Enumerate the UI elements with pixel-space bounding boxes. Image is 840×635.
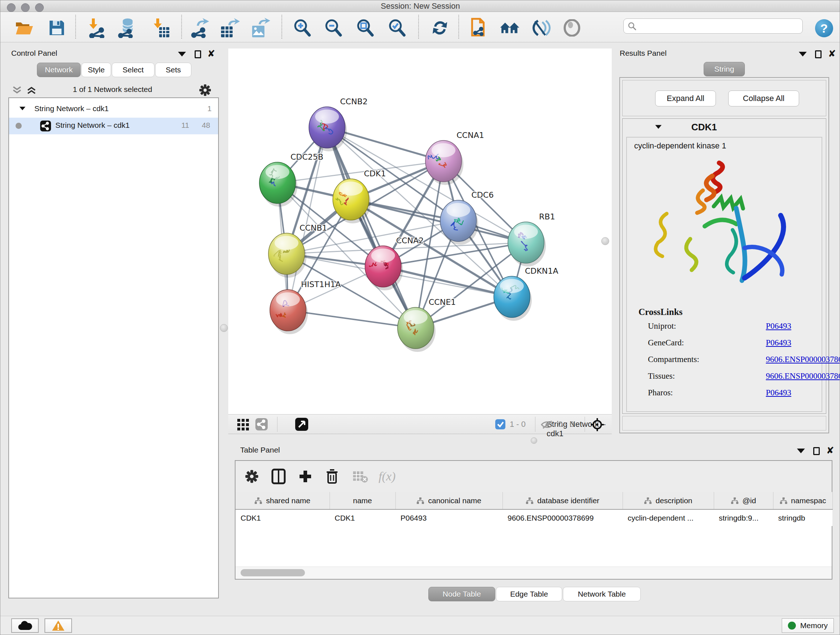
table-panel-title: Table Panel	[240, 446, 280, 454]
column-header[interactable]: database identifier	[502, 492, 622, 509]
network-list: String Network – cdk1 1 String Network –…	[8, 97, 219, 599]
network-collection-row[interactable]: String Network – cdk1 1	[9, 101, 218, 118]
refresh-button[interactable]	[430, 18, 450, 38]
right-splitter-handle[interactable]	[601, 237, 609, 245]
tab-network-table[interactable]: Network Table	[563, 587, 641, 601]
column-header[interactable]: canonical name	[395, 492, 502, 509]
expand-all-button[interactable]: Expand All	[655, 90, 716, 106]
column-header[interactable]: name	[330, 492, 395, 509]
control-panel-float-icon[interactable]	[195, 50, 201, 58]
column-scope-icon	[254, 497, 262, 504]
crosslink-link[interactable]: P06493	[766, 388, 791, 397]
table-panel-float-icon[interactable]	[813, 447, 820, 455]
network-edge-count: 48	[202, 121, 210, 130]
column-scope-icon	[780, 497, 788, 504]
crosslink-label: GeneCard:	[648, 338, 684, 347]
results-panel-float-icon[interactable]	[815, 50, 821, 58]
show-columns-button[interactable]	[269, 467, 288, 486]
crosslink-link[interactable]: 9606.ENSP00000378699	[766, 355, 840, 364]
help-button[interactable]: ?	[815, 19, 833, 37]
network-view-canvas[interactable]: CCNB2CCNA1CDC25BCDK1CDC6RB1CCNB1CCNA2CDK…	[228, 49, 612, 414]
eye-sphere-button[interactable]	[562, 18, 582, 38]
memory-label: Memory	[800, 621, 828, 630]
crosslink-row: Compartments: 9606.ENSP00000378699	[648, 355, 818, 371]
import-network-from-database-button[interactable]	[117, 18, 137, 38]
memory-status-button[interactable]: Memory	[782, 618, 834, 633]
node-label-cdkn1a: CDKN1A	[525, 266, 558, 276]
control-panel-menu-icon[interactable]	[178, 52, 186, 57]
open-session-button[interactable]	[14, 18, 34, 38]
delete-column-button[interactable]	[322, 467, 342, 486]
table-horizontal-scrollbar[interactable]	[235, 567, 832, 579]
import-network-from-file-button[interactable]	[87, 18, 107, 38]
tab-edge-table[interactable]: Edge Table	[496, 587, 562, 601]
collection-expander-icon[interactable]	[19, 107, 26, 111]
export-table-button[interactable]	[219, 18, 240, 38]
import-table-from-file-button[interactable]	[151, 18, 171, 38]
gene-entry-header[interactable]: CDK1	[622, 119, 826, 135]
column-header[interactable]: @id	[714, 492, 773, 509]
column-header[interactable]: description	[622, 492, 714, 509]
selected-checkbox-icon[interactable]	[495, 419, 505, 429]
tab-node-table[interactable]: Node Table	[428, 587, 495, 601]
control-panel-close-icon[interactable]: ✘	[207, 50, 215, 57]
gene-expander-icon[interactable]	[655, 125, 662, 128]
tab-sets[interactable]: Sets	[155, 63, 191, 77]
network-graph[interactable]: CCNB2CCNA1CDC25BCDK1CDC6RB1CCNB1CCNA2CDK…	[228, 49, 612, 414]
zoom-in-icon	[293, 19, 311, 37]
crosslink-link[interactable]: P06493	[766, 321, 791, 331]
create-column-button[interactable]	[295, 467, 315, 486]
import-table-icon	[152, 18, 170, 38]
hidden-eye-icon[interactable]	[540, 420, 554, 430]
crosslink-link[interactable]: P06493	[766, 338, 791, 348]
tab-network[interactable]: Network	[37, 63, 81, 77]
collapse-all-button[interactable]: Collapse All	[728, 90, 799, 106]
node-label-ccna1: CCNA1	[456, 131, 484, 140]
network-edge[interactable]	[327, 127, 416, 328]
zoom-in-button[interactable]	[292, 18, 312, 38]
network-share-view-icon[interactable]	[256, 418, 268, 431]
function-builder-button-disabled: f(x)	[377, 467, 397, 486]
zoom-selected-button[interactable]	[387, 18, 407, 38]
network-row-label: String Network – cdk1	[55, 121, 129, 130]
birds-eye-view-icon[interactable]	[295, 418, 308, 431]
left-splitter-handle[interactable]	[220, 324, 228, 332]
search-field[interactable]	[623, 19, 803, 34]
column-header[interactable]: namespac	[773, 492, 832, 509]
gear-icon[interactable]	[199, 84, 212, 97]
zoom-out-button[interactable]	[323, 18, 343, 38]
home-view-button[interactable]	[500, 18, 520, 38]
zoom-fit-button[interactable]	[355, 18, 375, 38]
table-row[interactable]: CDK1 CDK1 P06493 9606.ENSP00000378699 cy…	[235, 509, 832, 526]
network-row-selected[interactable]: String Network – cdk1 11 48	[9, 118, 218, 134]
cloud-status-button[interactable]	[11, 618, 39, 633]
save-session-button[interactable]	[47, 18, 67, 38]
table-panel-menu-icon[interactable]	[797, 448, 805, 453]
export-network-button[interactable]	[189, 18, 210, 38]
table-settings-button[interactable]	[242, 467, 262, 486]
grid-view-icon[interactable]	[237, 419, 249, 431]
node-gloss	[339, 182, 363, 196]
column-header[interactable]: shared name	[235, 492, 330, 509]
export-image-button[interactable]	[250, 18, 270, 38]
scrollbar-thumb[interactable]	[240, 569, 305, 576]
tab-string[interactable]: String	[704, 62, 745, 76]
column-scope-icon	[526, 497, 534, 504]
table-panel: Table Panel ✘	[225, 443, 840, 613]
tab-style[interactable]: Style	[81, 63, 111, 77]
crosslink-row: Tissues: 9606.ENSP00000378699	[648, 371, 818, 388]
warnings-button[interactable]	[44, 618, 72, 633]
crosslink-link[interactable]: 9606.ENSP00000378699	[766, 371, 840, 381]
string-results-container: Expand All Collapse All CDK1 cyclin-depe…	[619, 77, 829, 433]
network-node-count: 11	[181, 121, 189, 130]
tab-select[interactable]: Select	[112, 63, 155, 77]
control-panel: Control Panel ✘ Network Style Select Set…	[0, 42, 225, 616]
clone-network-button[interactable]	[469, 18, 489, 38]
search-input[interactable]	[637, 22, 796, 30]
table-panel-close-icon[interactable]: ✘	[826, 447, 834, 454]
fit-selected-crosshair-icon[interactable]	[590, 417, 605, 432]
results-panel-menu-icon[interactable]	[799, 52, 807, 57]
hide-glasses-button[interactable]	[531, 18, 552, 38]
results-panel-close-icon[interactable]: ✘	[828, 50, 836, 57]
results-scrollbar-track[interactable]	[622, 416, 826, 431]
